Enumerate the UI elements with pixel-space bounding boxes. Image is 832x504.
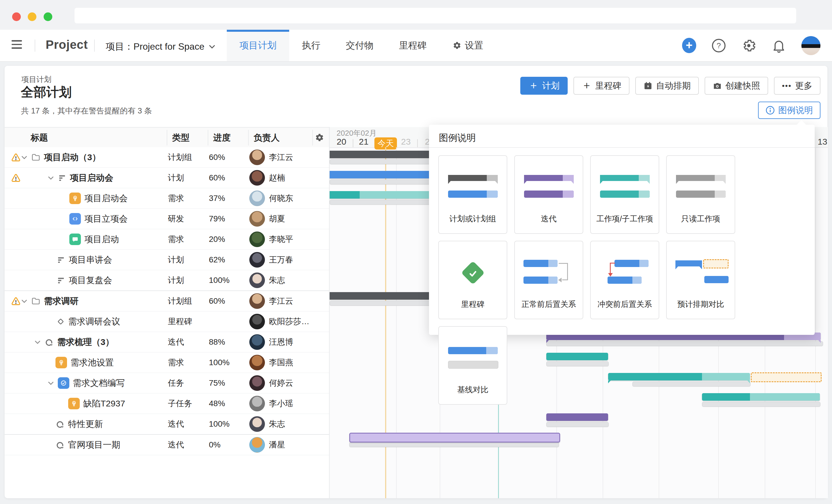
auto-schedule-button[interactable]: 自动排期 <box>635 77 699 95</box>
table-row[interactable]: 需求梳理（3） 迭代 88% 汪恩博 <box>5 332 329 353</box>
table-row[interactable]: 项目启动会 计划 60% 赵楠 <box>5 168 329 188</box>
dev-code-icon <box>69 213 81 225</box>
expand-chevron-icon[interactable] <box>47 174 54 181</box>
gantt-baseline-bar <box>330 301 444 306</box>
gantt-baseline-bar <box>349 442 559 447</box>
create-snapshot-button[interactable]: 创建快照 <box>705 77 768 95</box>
gantt-baseline-bar <box>546 422 609 427</box>
user-avatar[interactable] <box>801 36 821 55</box>
chevron-down-icon <box>208 43 216 51</box>
conflict-arrow <box>608 273 613 277</box>
more-button[interactable]: •••更多 <box>774 77 821 95</box>
address-bar-input[interactable] <box>75 8 796 23</box>
gantt-bar[interactable] <box>349 433 560 443</box>
divider <box>35 39 35 52</box>
legend-toggle-button[interactable]: 图例说明 <box>758 102 821 119</box>
hamburger-menu-icon[interactable] <box>11 40 22 50</box>
tab-project-plan[interactable]: 项目计划 <box>227 30 289 61</box>
table-row[interactable]: 项目启动会 需求 37% 何晓东 <box>5 188 329 209</box>
legend-popup-title: 图例说明 <box>439 132 476 144</box>
milestone-diamond-icon <box>57 317 65 326</box>
tab-milestones[interactable]: 里程碑 <box>386 30 439 61</box>
avatar <box>249 211 265 227</box>
defect-bulb-icon <box>68 398 80 409</box>
chat-bubble-icon <box>69 233 81 245</box>
dependency-arrow <box>558 278 562 282</box>
legend-card-iteration: 迭代 <box>514 155 583 234</box>
table-settings-gear-icon[interactable] <box>314 128 325 148</box>
avatar <box>249 273 265 288</box>
settings-gear-icon[interactable] <box>741 38 756 53</box>
folder-icon <box>31 153 41 162</box>
check-icon <box>467 268 479 279</box>
calendar-bolt-icon <box>643 81 653 90</box>
avatar <box>249 314 265 329</box>
legend-card-forecast-compare: 预计排期对比 <box>666 241 735 319</box>
legend-card-workitem: 工作项/子工作项 <box>590 155 659 234</box>
table-row[interactable]: 需求文档编写 任务 75% 何婷云 <box>5 373 329 393</box>
tab-execute[interactable]: 执行 <box>289 30 333 61</box>
avatar <box>249 252 265 268</box>
table-row[interactable]: 项目启动（3） 计划组 60% 李江云 <box>5 147 329 168</box>
help-icon[interactable]: ? <box>711 38 726 53</box>
global-add-button[interactable]: + <box>682 38 696 53</box>
column-progress[interactable]: 进度 <box>213 128 231 148</box>
gear-icon <box>452 41 462 51</box>
gridline <box>815 147 816 498</box>
gantt-bar[interactable] <box>330 292 438 300</box>
avatar <box>249 416 265 432</box>
iteration-icon <box>45 337 54 347</box>
avatar <box>249 396 265 411</box>
table-row[interactable]: 需求调研会议 里程碑 欧阳莎莎… <box>5 311 329 332</box>
table-row[interactable]: 需求池设置 需求 100% 李国燕 <box>5 353 329 373</box>
table-row[interactable]: 项目复盘会 计划 100% 朱志 <box>5 270 329 291</box>
page-title: 全部计划 <box>21 84 72 101</box>
table-row[interactable]: 项目串讲会 计划 62% 王万春 <box>5 250 329 270</box>
expand-chevron-icon[interactable] <box>21 298 28 305</box>
gantt-bar[interactable] <box>546 413 608 421</box>
project-selector[interactable]: 项目：Project for Space <box>106 40 216 53</box>
avatar <box>249 293 265 309</box>
avatar <box>249 231 265 247</box>
avatar <box>249 149 265 165</box>
expand-chevron-icon[interactable] <box>47 380 54 387</box>
app-logo: Project <box>46 38 88 52</box>
camera-icon <box>713 81 722 90</box>
column-owner[interactable]: 负责人 <box>254 128 280 148</box>
expand-chevron-icon[interactable] <box>34 339 41 345</box>
maximize-window-button[interactable] <box>44 12 52 21</box>
breadcrumb: 项目计划 <box>21 75 51 85</box>
browser-chrome <box>0 0 832 30</box>
plan-icon <box>57 255 65 264</box>
table-row[interactable]: 特性更新 迭代 100% 朱志 <box>5 414 329 435</box>
plan-icon <box>57 276 65 285</box>
day-label: 23 <box>401 137 411 147</box>
avatar <box>249 334 265 350</box>
bell-icon[interactable] <box>771 38 786 53</box>
legend-card-readonly: 只读工作项 <box>666 155 735 234</box>
folder-icon <box>31 297 41 306</box>
avatar <box>249 191 265 206</box>
tab-deliverables[interactable]: 交付物 <box>333 30 386 61</box>
add-milestone-button[interactable]: ＋里程碑 <box>573 77 629 95</box>
day-label: 20 <box>337 137 346 147</box>
expand-chevron-icon[interactable] <box>21 154 28 161</box>
table-row[interactable]: 缺陷T2937 子任务 48% 李小瑶 <box>5 393 329 414</box>
column-type[interactable]: 类型 <box>172 128 189 148</box>
legend-card-normal-dependency: 正常前后置关系 <box>514 241 583 319</box>
minimize-window-button[interactable] <box>28 12 36 21</box>
close-window-button[interactable] <box>12 12 21 21</box>
legend-card-milestone: 里程碑 <box>438 241 507 319</box>
info-icon <box>765 106 775 115</box>
toolbar: ＋计划 ＋里程碑 自动排期 创建快照 •••更多 <box>520 77 821 95</box>
table-row[interactable]: 需求调研 计划组 60% 李江云 <box>5 291 329 311</box>
column-title[interactable]: 标题 <box>31 128 48 148</box>
legend-card-conflict-dependency: 冲突前后置关系 <box>590 241 659 319</box>
table-row[interactable]: 项目启动 需求 20% 李晓平 <box>5 229 329 250</box>
iteration-icon <box>55 419 65 429</box>
add-plan-button[interactable]: ＋计划 <box>520 77 568 95</box>
app-root: Project 项目：Project for Space 项目计划 执行 交付物… <box>0 0 832 504</box>
table-row[interactable]: 项目立项会 研发 79% 胡夏 <box>5 209 329 229</box>
tab-settings[interactable]: 设置 <box>439 30 496 61</box>
table-row[interactable]: 官网项目一期 迭代 0% 潘星 <box>5 435 329 455</box>
